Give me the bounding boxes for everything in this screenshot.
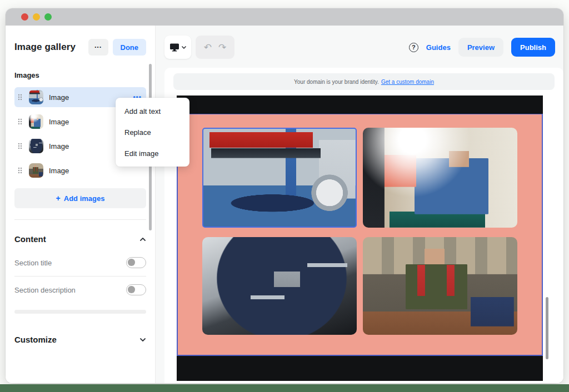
minimize-window-icon[interactable] — [33, 13, 40, 21]
site-footer-bar[interactable] — [177, 356, 543, 381]
page-background-strip — [0, 384, 569, 392]
section-description-label: Section description — [14, 286, 76, 294]
image-item-label: Image — [49, 118, 69, 126]
image-gallery-panel: Image gallery ··· Done Images Image ••• — [6, 26, 156, 383]
images-heading: Images — [14, 71, 146, 79]
image-item-label: Image — [49, 142, 69, 150]
section-title-label: Section title — [14, 259, 52, 267]
preview-button[interactable]: Preview — [458, 38, 503, 57]
domain-banner: Your domain is your brand identity. Get … — [173, 73, 555, 90]
section-description-row: Section description — [14, 284, 146, 295]
section-title-row: Section title — [14, 257, 146, 268]
publish-button[interactable]: Publish — [511, 38, 555, 57]
editor-toolbar: ↶ ↷ ? Guides Preview Publish — [156, 26, 563, 68]
zoom-window-icon[interactable] — [44, 13, 52, 21]
image-item-label: Image — [49, 167, 69, 175]
panel-title: Image gallery — [14, 42, 76, 53]
window-titlebar — [6, 8, 563, 26]
guides-link[interactable]: Guides — [426, 43, 451, 52]
device-selector-button[interactable] — [164, 36, 191, 59]
gallery-section[interactable] — [177, 114, 543, 356]
divider — [14, 219, 146, 220]
image-thumbnail-4 — [29, 163, 43, 178]
site-preview — [177, 96, 543, 381]
caret-down-icon — [182, 46, 186, 49]
section-description-toggle[interactable] — [126, 284, 146, 295]
help-icon[interactable]: ? — [409, 43, 418, 52]
chevron-up-icon — [139, 237, 146, 242]
section-title-toggle[interactable] — [126, 257, 146, 268]
image-thumbnail-3 — [29, 139, 43, 153]
editor-area: ↶ ↷ ? Guides Preview Publish Your domain… — [156, 26, 563, 383]
get-custom-domain-link[interactable]: Get a custom domain — [381, 79, 434, 85]
drag-handle-icon[interactable] — [17, 117, 23, 126]
drag-handle-icon[interactable] — [17, 93, 23, 102]
domain-banner-text: Your domain is your brand identity. — [294, 79, 379, 85]
close-window-icon[interactable] — [21, 13, 28, 21]
done-button[interactable]: Done — [113, 39, 147, 56]
add-images-button[interactable]: +Add images — [14, 188, 146, 208]
content-section-header[interactable]: Content — [14, 234, 146, 244]
add-images-label: Add images — [64, 194, 105, 203]
drag-handle-icon[interactable] — [17, 166, 23, 175]
editor-window: Image gallery ··· Done Images Image ••• — [6, 8, 563, 383]
image-thumbnail-1 — [29, 90, 43, 104]
thick-divider — [14, 310, 146, 314]
image-item-label: Image — [49, 93, 69, 102]
customize-section-header[interactable]: Customize — [14, 335, 146, 344]
panel-more-button[interactable]: ··· — [88, 39, 108, 56]
gallery-image-1[interactable] — [202, 128, 357, 228]
menu-item-replace[interactable]: Replace — [116, 122, 189, 143]
app-body: Image gallery ··· Done Images Image ••• — [6, 26, 563, 383]
menu-item-edit-image[interactable]: Edit image — [116, 143, 189, 164]
site-canvas: Your domain is your brand identity. Get … — [164, 68, 563, 383]
plus-icon: + — [56, 194, 61, 203]
customize-heading: Customize — [14, 335, 57, 344]
gallery-image-3[interactable] — [202, 237, 357, 335]
image-context-menu: Add alt text Replace Edit image — [116, 98, 189, 167]
panel-header: Image gallery ··· Done — [14, 39, 146, 56]
undo-redo-group: ↶ ↷ — [196, 36, 234, 59]
content-heading: Content — [14, 234, 46, 244]
site-header-bar[interactable] — [177, 96, 543, 114]
menu-item-add-alt-text[interactable]: Add alt text — [116, 100, 189, 122]
gallery-image-4[interactable] — [363, 237, 517, 335]
desktop-monitor-icon — [169, 43, 179, 52]
canvas-scrollbar[interactable] — [546, 297, 548, 359]
toolbar-right-group: ? Guides Preview Publish — [409, 38, 555, 57]
redo-icon[interactable]: ↷ — [218, 43, 226, 52]
chevron-down-icon — [139, 338, 146, 342]
image-thumbnail-2 — [29, 114, 43, 129]
drag-handle-icon[interactable] — [17, 142, 23, 150]
undo-icon[interactable]: ↶ — [204, 43, 212, 52]
gallery-image-2[interactable] — [363, 128, 517, 228]
divider — [14, 276, 146, 277]
